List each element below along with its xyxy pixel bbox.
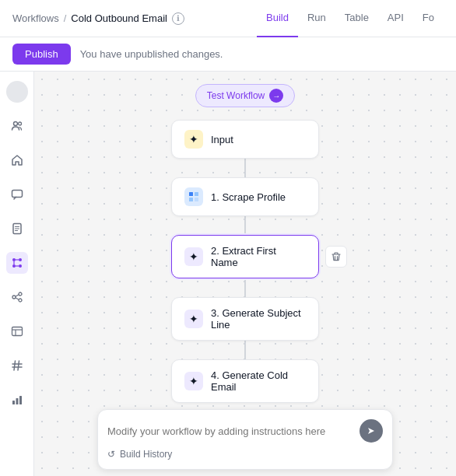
- build-history-icon: ↺: [107, 449, 115, 460]
- connector-4: [244, 341, 246, 359]
- svg-rect-19: [12, 327, 22, 336]
- svg-line-22: [14, 361, 16, 370]
- sidebar-icon-connect[interactable]: [6, 286, 28, 308]
- build-history-button[interactable]: ↺ Build History: [107, 449, 383, 460]
- toolbar: Publish You have unpublished changes.: [0, 37, 456, 72]
- node-input-label: Input: [211, 134, 233, 145]
- node-email-icon: ✦: [184, 372, 203, 390]
- sidebar-icon-document[interactable]: [6, 218, 28, 240]
- test-workflow-button[interactable]: Test Workflow →: [195, 84, 295, 107]
- node-wrapper-scrape: 1. Scrape Profile: [171, 177, 319, 216]
- unpublished-message: You have unpublished changes.: [80, 48, 223, 60]
- tab-table[interactable]: Table: [335, 0, 378, 37]
- svg-point-15: [19, 292, 22, 296]
- node-subject-label: 3. Generate Subject Line: [211, 307, 306, 331]
- tab-run[interactable]: Run: [298, 0, 335, 37]
- svg-rect-28: [19, 396, 22, 404]
- breadcrumb-separator: /: [64, 12, 67, 24]
- publish-button[interactable]: Publish: [12, 44, 71, 65]
- modify-input[interactable]: [107, 425, 353, 437]
- node-subject-icon: ✦: [184, 310, 203, 328]
- sidebar-icon-hash[interactable]: [6, 355, 28, 376]
- input-row: [107, 419, 383, 443]
- svg-point-9: [12, 264, 16, 268]
- send-button[interactable]: [360, 419, 383, 443]
- bottom-panel: ↺ Build History: [97, 409, 393, 470]
- node-input-icon: ✦: [184, 130, 203, 149]
- sidebar-icon-flow[interactable]: [6, 252, 28, 274]
- sidebar-icon-chat[interactable]: [6, 184, 28, 205]
- node-generate-email[interactable]: ✦ 4. Generate Cold Email: [171, 359, 319, 403]
- svg-point-16: [19, 299, 22, 302]
- avatar: [6, 81, 28, 103]
- svg-rect-30: [195, 192, 198, 196]
- svg-point-14: [12, 296, 16, 299]
- sidebar-icon-people[interactable]: [6, 115, 28, 137]
- svg-rect-29: [189, 192, 193, 196]
- node-extract-label: 2. Extract First Name: [211, 245, 306, 268]
- node-scrape-icon: [184, 187, 203, 206]
- node-email-label: 4. Generate Cold Email: [211, 369, 306, 393]
- connector-1: [244, 159, 246, 177]
- breadcrumb: Workflows / Cold Outbound Email ℹ: [12, 12, 257, 25]
- node-wrapper-extract: ✦ 2. Extract First Name: [171, 235, 319, 278]
- svg-rect-32: [195, 198, 198, 201]
- canvas[interactable]: Test Workflow → ✦ Input: [34, 72, 456, 476]
- svg-line-18: [16, 298, 19, 299]
- build-history-label: Build History: [120, 449, 172, 460]
- node-scrape-profile[interactable]: 1. Scrape Profile: [171, 177, 319, 216]
- connector-2: [244, 216, 246, 235]
- node-delete-button[interactable]: [325, 246, 347, 268]
- info-icon[interactable]: ℹ: [172, 12, 184, 25]
- svg-rect-2: [12, 191, 22, 198]
- svg-point-8: [19, 258, 22, 261]
- svg-rect-27: [16, 398, 18, 404]
- svg-marker-33: [368, 428, 374, 434]
- svg-point-7: [12, 258, 16, 261]
- node-extract-icon: ✦: [184, 247, 203, 266]
- main-layout: Test Workflow → ✦ Input: [0, 72, 456, 476]
- node-wrapper-email: ✦ 4. Generate Cold Email: [171, 359, 319, 403]
- sidebar-icon-table[interactable]: [6, 320, 28, 342]
- test-workflow-arrow-icon: →: [269, 89, 283, 103]
- svg-point-1: [18, 122, 21, 125]
- breadcrumb-workflows[interactable]: Workflows: [12, 12, 59, 24]
- connector-3: [244, 278, 246, 297]
- tab-fo[interactable]: Fo: [413, 0, 444, 37]
- svg-point-10: [19, 264, 22, 268]
- svg-rect-26: [12, 401, 15, 404]
- svg-point-0: [13, 122, 17, 126]
- node-extract-first-name[interactable]: ✦ 2. Extract First Name: [171, 235, 319, 278]
- node-wrapper-subject: ✦ 3. Generate Subject Line: [171, 297, 319, 341]
- breadcrumb-current-page: Cold Outbound Email: [71, 12, 167, 24]
- svg-line-17: [16, 295, 19, 296]
- tab-api[interactable]: API: [378, 0, 413, 37]
- nav-tabs: Build Run Table API Fo: [257, 0, 444, 37]
- svg-rect-31: [189, 198, 193, 201]
- node-generate-subject[interactable]: ✦ 3. Generate Subject Line: [171, 297, 319, 341]
- node-input[interactable]: ✦ Input: [171, 120, 319, 159]
- node-wrapper-input: ✦ Input: [171, 120, 319, 159]
- sidebar: [0, 72, 34, 476]
- test-workflow-label: Test Workflow: [207, 90, 265, 101]
- tab-build[interactable]: Build: [257, 0, 298, 37]
- node-scrape-label: 1. Scrape Profile: [211, 191, 286, 203]
- workflow-area: Test Workflow → ✦ Input: [34, 72, 456, 403]
- sidebar-icon-home[interactable]: [6, 149, 28, 171]
- svg-line-23: [18, 361, 19, 370]
- top-nav: Workflows / Cold Outbound Email ℹ Build …: [0, 0, 456, 37]
- sidebar-icon-chart[interactable]: [6, 389, 28, 411]
